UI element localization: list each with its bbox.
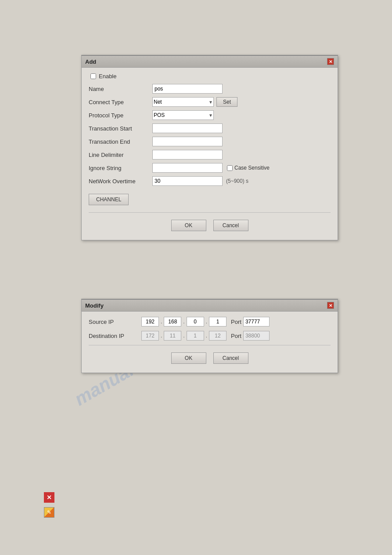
edit-symbol: ✎ [47, 509, 51, 515]
modify-dialog-titlebar: Modify ✕ [82, 300, 338, 312]
case-sensitive-label: Case Sensitive [234, 165, 270, 171]
source-ip-row: Source IP . . . Port [89, 317, 331, 326]
network-overtime-hint: (5~900) s [226, 178, 248, 184]
add-dialog-close-button[interactable]: ✕ [327, 58, 334, 65]
edit-icon[interactable]: ✎ [44, 507, 54, 518]
add-dialog-divider [89, 212, 331, 213]
ignore-string-row: Ignore String Case Sensitive [89, 163, 331, 173]
connect-type-label: Connect Type [89, 99, 152, 105]
destination-ip-oct3 [187, 331, 204, 341]
transaction-start-label: Transaction Start [89, 125, 152, 132]
ignore-string-input[interactable] [152, 163, 223, 173]
source-ip-dot3: . [205, 319, 208, 325]
modify-dialog-title: Modify [85, 302, 104, 309]
page-wrapper: manualshive.com manualshive.com Add ✕ En… [0, 0, 392, 555]
destination-ip-oct4 [209, 331, 227, 341]
source-ip-group: . . . [141, 317, 227, 326]
channel-button-row: CHANNEL [89, 190, 331, 209]
protocol-type-select[interactable]: POS ATM [152, 110, 214, 120]
case-sensitive-checkbox[interactable] [227, 165, 233, 171]
protocol-type-select-wrapper: POS ATM ▼ [152, 110, 214, 120]
destination-port-input [243, 331, 270, 341]
source-ip-oct3[interactable] [187, 317, 204, 326]
bottom-icons: ✕ ✎ [44, 492, 54, 518]
connect-type-wrapper: Net RS232 RS485 ▼ Set [152, 97, 237, 107]
source-ip-dot1: . [160, 319, 162, 325]
transaction-end-input[interactable] [152, 137, 223, 146]
case-sensitive-wrapper: Case Sensitive [227, 165, 270, 171]
destination-ip-group: . . . [141, 331, 227, 341]
enable-row: Enable [89, 73, 331, 80]
line-delimiter-input[interactable] [152, 150, 223, 160]
ignore-string-label: Ignore String [89, 165, 152, 171]
line-delimiter-row: Line Delimiter [89, 150, 331, 160]
add-dialog-content: Enable Name Connect Type Net RS232 RS485 [82, 68, 338, 240]
name-row: Name [89, 84, 331, 94]
protocol-type-label: Protocol Type [89, 112, 152, 119]
delete-x-symbol: ✕ [47, 494, 52, 501]
channel-button[interactable]: CHANNEL [89, 194, 129, 205]
modify-dialog: Modify ✕ Source IP . . . Port [81, 299, 338, 373]
destination-ip-dot1: . [160, 333, 162, 339]
connect-type-row: Connect Type Net RS232 RS485 ▼ Set [89, 97, 331, 107]
modify-close-icon: ✕ [329, 303, 332, 308]
source-ip-oct2[interactable] [164, 317, 181, 326]
add-cancel-button[interactable]: Cancel [213, 220, 248, 231]
modify-dialog-buttons: OK Cancel [89, 352, 331, 367]
enable-checkbox[interactable] [90, 73, 96, 79]
destination-ip-dot2: . [183, 333, 185, 339]
add-dialog-titlebar: Add ✕ [82, 56, 338, 68]
destination-ip-row: Destination IP . . . Port [89, 331, 331, 341]
network-overtime-row: NetWork Overtime (5~900) s [89, 176, 331, 186]
network-overtime-label: NetWork Overtime [89, 178, 152, 185]
source-ip-dot2: . [183, 319, 185, 325]
add-dialog-title: Add [85, 58, 96, 65]
modify-ok-button[interactable]: OK [171, 352, 206, 364]
modify-dialog-divider [89, 345, 331, 345]
transaction-start-row: Transaction Start [89, 123, 331, 133]
destination-port-label: Port [231, 333, 241, 339]
destination-ip-oct1 [141, 331, 159, 341]
connect-type-select[interactable]: Net RS232 RS485 [152, 97, 214, 107]
destination-ip-label: Destination IP [89, 333, 141, 339]
transaction-end-label: Transaction End [89, 138, 152, 145]
destination-ip-dot3: . [205, 333, 208, 339]
source-ip-label: Source IP [89, 319, 141, 325]
modify-cancel-button[interactable]: Cancel [213, 352, 248, 364]
delete-icon[interactable]: ✕ [44, 492, 54, 503]
source-ip-oct1[interactable] [141, 317, 159, 326]
set-button[interactable]: Set [216, 97, 237, 107]
modify-dialog-content: Source IP . . . Port Destination IP [82, 312, 338, 373]
transaction-end-row: Transaction End [89, 137, 331, 146]
destination-ip-oct2 [164, 331, 181, 341]
add-ok-button[interactable]: OK [171, 220, 206, 231]
connect-type-select-wrapper: Net RS232 RS485 ▼ [152, 97, 214, 107]
close-icon: ✕ [329, 59, 332, 64]
modify-dialog-close-button[interactable]: ✕ [327, 302, 334, 309]
name-input[interactable] [152, 84, 223, 94]
source-port-input[interactable] [243, 317, 270, 326]
network-overtime-input[interactable] [152, 176, 223, 186]
line-delimiter-label: Line Delimiter [89, 152, 152, 158]
name-label: Name [89, 86, 152, 92]
transaction-start-input[interactable] [152, 123, 223, 133]
source-port-label: Port [231, 319, 241, 325]
add-dialog: Add ✕ Enable Name Connect Type [81, 55, 338, 240]
add-dialog-buttons: OK Cancel [89, 220, 331, 235]
protocol-type-row: Protocol Type POS ATM ▼ [89, 110, 331, 120]
enable-label: Enable [99, 73, 116, 80]
source-ip-oct4[interactable] [209, 317, 227, 326]
